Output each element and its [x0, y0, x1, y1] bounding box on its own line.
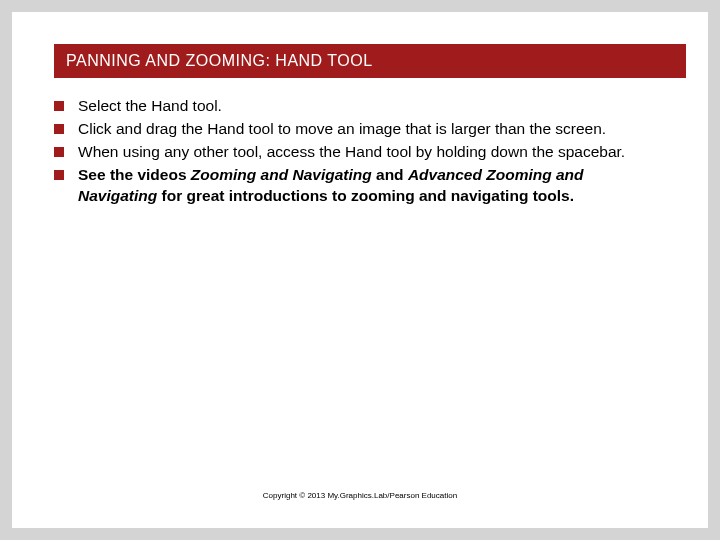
slide-footer: Copyright © 2013 My.Graphics.Lab/Pearson… — [12, 491, 708, 500]
slide-content: Select the Hand tool. Click and drag the… — [12, 78, 708, 207]
video-title-1: Zooming and Navigating — [191, 166, 372, 183]
copyright-text: Copyright © 2013 My.Graphics.Lab/Pearson… — [263, 491, 457, 500]
text-prefix: See the videos — [78, 166, 191, 183]
text-suffix: for great introductions to zooming and n… — [157, 187, 574, 204]
text-and: and — [372, 166, 408, 183]
list-item: Select the Hand tool. — [54, 96, 666, 117]
list-item: See the videos Zooming and Navigating an… — [54, 165, 666, 207]
list-item: When using any other tool, access the Ha… — [54, 142, 666, 163]
bullet-text: When using any other tool, access the Ha… — [78, 142, 666, 163]
square-bullet-icon — [54, 124, 64, 134]
bullet-text: Click and drag the Hand tool to move an … — [78, 119, 666, 140]
bullet-text: See the videos Zooming and Navigating an… — [78, 165, 666, 207]
bullet-text: Select the Hand tool. — [78, 96, 666, 117]
slide-title: PANNING AND ZOOMING: HAND TOOL — [66, 52, 373, 69]
bullet-list: Select the Hand tool. Click and drag the… — [54, 96, 666, 207]
list-item: Click and drag the Hand tool to move an … — [54, 119, 666, 140]
square-bullet-icon — [54, 101, 64, 111]
slide-title-bar: PANNING AND ZOOMING: HAND TOOL — [54, 44, 686, 78]
square-bullet-icon — [54, 147, 64, 157]
square-bullet-icon — [54, 170, 64, 180]
slide-container: PANNING AND ZOOMING: HAND TOOL Select th… — [12, 12, 708, 528]
